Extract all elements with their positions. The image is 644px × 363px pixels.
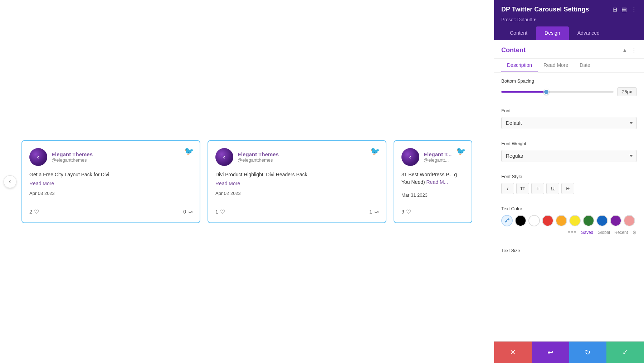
tweet-header-1: e Elegant Themes @elegantthemes: [29, 148, 192, 166]
layout-icon[interactable]: ▤: [621, 6, 627, 13]
avatar-1: e: [29, 148, 47, 166]
heart-icon-1: ♡: [34, 209, 39, 215]
color-tab-recent[interactable]: Recent: [614, 230, 628, 235]
slider-thumb[interactable]: [543, 89, 549, 95]
user-handle-3: @elegantt...: [424, 157, 452, 163]
screen-icon[interactable]: ⊞: [613, 6, 617, 13]
tweet-actions-1: 2 ♡ 0 ⤻: [29, 198, 192, 215]
read-more-link-1[interactable]: Read More: [29, 181, 192, 186]
tweet-card-3: 🐦 e Elegant T... @elegantt... 31 Best Wo…: [394, 140, 472, 223]
bottom-spacing-group: Bottom Spacing 25px: [494, 73, 644, 102]
user-handle-1: @elegantthemes: [52, 157, 93, 163]
font-group: Font Default: [494, 102, 644, 135]
collapse-icon[interactable]: ▲: [622, 47, 628, 54]
carousel-area: ‹ 🐦 e Elegant Themes @elegantthemes Get …: [0, 0, 494, 363]
panel-tabs: Content Design Advanced: [501, 26, 637, 40]
avatar-2: e: [215, 148, 233, 166]
panel-title: DP Twitter Carousel Settings: [501, 6, 589, 13]
font-weight-select[interactable]: Regular: [501, 150, 637, 162]
twitter-icon-2: 🐦: [370, 147, 380, 156]
section-more-icon[interactable]: ⋮: [631, 47, 637, 54]
tweet-content-3: 31 Best WordPress P... g You Need) Read …: [401, 171, 464, 186]
color-settings-icon[interactable]: ⚙: [632, 230, 637, 235]
bottom-bar: ✕ ↩ ↻ ✓: [494, 341, 644, 363]
panel-header-icons: ⊞ ▤ ⋮: [613, 6, 637, 13]
tweet-date-1: Apr 03 2023: [29, 191, 192, 196]
tweet-header-3: e Elegant T... @elegantt...: [401, 148, 464, 166]
panel-preset[interactable]: Preset: Default ▾: [501, 17, 637, 22]
tab-content[interactable]: Content: [501, 26, 536, 40]
redo-button[interactable]: ↻: [569, 342, 607, 363]
tweet-header-2: e Elegant Themes @elegantthemes: [215, 148, 379, 166]
color-white[interactable]: [528, 215, 540, 226]
color-pink[interactable]: [624, 215, 635, 226]
font-style-capitalize[interactable]: Tr: [531, 183, 544, 194]
bottom-spacing-slider-track[interactable]: [501, 91, 614, 93]
twitter-icon-1: 🐦: [184, 147, 194, 156]
read-more-link-3[interactable]: Read M...: [426, 179, 448, 185]
shares-2: 1 ⤻: [369, 209, 379, 215]
panel-body: Content ▲ ⋮ Description Read More Date B…: [494, 40, 644, 341]
color-red[interactable]: [542, 215, 553, 226]
color-tabs-row: ••• Saved Global Recent ⚙: [501, 226, 637, 236]
avatar-3: e: [401, 148, 419, 166]
share-icon-2: ⤻: [374, 209, 379, 215]
font-style-label: Font Style: [501, 174, 637, 179]
user-name-2: Elegant Themes: [238, 151, 279, 157]
subtab-description[interactable]: Description: [501, 59, 538, 72]
tweet-date-3: Mar 31 2023: [401, 192, 464, 198]
slider-fill: [501, 91, 546, 93]
color-black[interactable]: [515, 215, 526, 226]
prev-button[interactable]: ‹: [4, 175, 16, 188]
tab-advanced[interactable]: Advanced: [569, 26, 608, 40]
subtab-date[interactable]: Date: [574, 59, 596, 72]
tweet-actions-3: 9 ♡: [401, 198, 464, 215]
sub-tabs: Description Read More Date: [494, 59, 644, 73]
color-tab-saved[interactable]: Saved: [581, 230, 593, 235]
tab-design[interactable]: Design: [536, 26, 569, 40]
likes-3: 9 ♡: [401, 209, 411, 215]
avatar-image-2: e: [215, 148, 233, 166]
tweet-date-2: Apr 02 2023: [215, 191, 379, 196]
read-more-link-2[interactable]: Read More: [215, 181, 379, 186]
text-size-label: Text Size: [494, 242, 644, 256]
twitter-icon-3: 🐦: [456, 147, 466, 156]
tweet-actions-2: 1 ♡ 1 ⤻: [215, 198, 379, 215]
panel-title-row: DP Twitter Carousel Settings ⊞ ▤ ⋮: [501, 6, 637, 13]
color-orange[interactable]: [556, 215, 567, 226]
font-select[interactable]: Default: [501, 117, 637, 129]
color-tab-global[interactable]: Global: [597, 230, 610, 235]
font-style-italic[interactable]: I: [501, 183, 514, 194]
font-label: Font: [501, 108, 637, 113]
color-picker-eyedropper[interactable]: [501, 215, 513, 226]
tweet-content-1: Get a Free City Layout Pack for Divi: [29, 171, 192, 178]
color-purple[interactable]: [610, 215, 621, 226]
color-green[interactable]: [583, 215, 594, 226]
font-weight-group: Font Weight Regular: [494, 135, 644, 168]
confirm-button[interactable]: ✓: [606, 342, 644, 363]
text-color-label: Text Color: [501, 206, 637, 211]
user-info-2: Elegant Themes @elegantthemes: [238, 151, 279, 163]
font-style-underline[interactable]: U: [546, 183, 559, 194]
cancel-button[interactable]: ✕: [494, 342, 532, 363]
tweet-card-2: 🐦 e Elegant Themes @elegantthemes Divi P…: [208, 140, 386, 223]
bottom-spacing-value[interactable]: 25px: [617, 87, 637, 96]
likes-1: 2 ♡: [29, 209, 39, 215]
color-more-dots[interactable]: •••: [568, 229, 577, 236]
font-style-strikethrough[interactable]: S: [561, 183, 574, 194]
color-yellow[interactable]: [569, 215, 581, 226]
color-picker-row: [501, 215, 637, 226]
reset-button[interactable]: ↩: [532, 342, 569, 363]
subtab-readmore[interactable]: Read More: [538, 59, 574, 72]
heart-icon-3: ♡: [406, 209, 411, 215]
likes-2: 1 ♡: [215, 209, 225, 215]
font-style-row: I TT Tr U S: [501, 183, 637, 194]
color-blue[interactable]: [596, 215, 608, 226]
settings-panel: DP Twitter Carousel Settings ⊞ ▤ ⋮ Prese…: [494, 0, 644, 363]
text-color-group: Text Color ••• Saved: [494, 200, 644, 242]
avatar-image-1: e: [29, 148, 47, 166]
more-options-icon[interactable]: ⋮: [631, 6, 637, 13]
font-style-uppercase[interactable]: TT: [516, 183, 529, 194]
shares-1: 0 ⤻: [183, 209, 192, 215]
avatar-image-3: e: [401, 148, 419, 166]
